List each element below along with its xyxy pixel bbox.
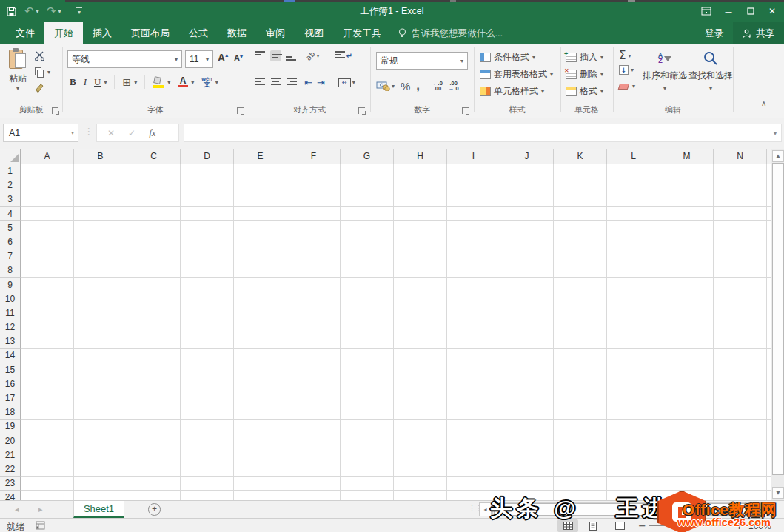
- cell-H2[interactable]: [394, 178, 447, 192]
- cell-G16[interactable]: [341, 377, 394, 391]
- decrease-indent-button[interactable]: ⇤: [304, 77, 312, 88]
- align-center-button[interactable]: [270, 78, 281, 87]
- cell-L2[interactable]: [607, 178, 660, 192]
- cell-N21[interactable]: [714, 448, 767, 462]
- cell-K8[interactable]: [554, 263, 607, 277]
- cell-M10[interactable]: [660, 292, 714, 306]
- cell-I17[interactable]: [447, 391, 500, 405]
- cell-L8[interactable]: [607, 263, 660, 277]
- cell-G22[interactable]: [341, 462, 394, 477]
- cell-G9[interactable]: [341, 278, 394, 292]
- tab-review[interactable]: 审阅: [256, 22, 295, 44]
- cell-F24[interactable]: [287, 491, 341, 500]
- cell-K1[interactable]: [554, 164, 607, 178]
- cell-M7[interactable]: [660, 249, 714, 263]
- normal-view-button[interactable]: [557, 519, 578, 532]
- format-painter-button[interactable]: [34, 83, 45, 97]
- font-dialog-launcher[interactable]: [237, 107, 244, 114]
- cell-F2[interactable]: [287, 178, 341, 192]
- cell-H19[interactable]: [394, 420, 447, 434]
- cell-J6[interactable]: [500, 235, 554, 249]
- cell-I14[interactable]: [447, 349, 500, 363]
- cell-B20[interactable]: [74, 434, 127, 448]
- cell-G8[interactable]: [341, 263, 394, 277]
- cell-I20[interactable]: [447, 434, 500, 448]
- cell-M24[interactable]: [660, 491, 714, 500]
- row-header-13[interactable]: 13: [0, 334, 21, 349]
- cell-E5[interactable]: [234, 221, 287, 235]
- cell-I7[interactable]: [447, 249, 500, 263]
- cell-K2[interactable]: [554, 178, 607, 192]
- cell-B21[interactable]: [74, 448, 127, 462]
- cell-H6[interactable]: [394, 235, 447, 249]
- cell-F15[interactable]: [287, 363, 341, 377]
- cell-L15[interactable]: [607, 363, 660, 377]
- cell-D18[interactable]: [181, 405, 234, 420]
- autosum-button[interactable]: Σ ▾: [619, 49, 631, 62]
- cell-L9[interactable]: [607, 278, 660, 292]
- tab-data[interactable]: 数据: [218, 22, 256, 44]
- cell-B12[interactable]: [74, 320, 127, 334]
- increase-decimal-button[interactable]: ←.0.00: [432, 81, 443, 91]
- cell-B11[interactable]: [74, 306, 127, 320]
- cell-K7[interactable]: [554, 249, 607, 263]
- cell-K4[interactable]: [554, 207, 607, 221]
- cell-C2[interactable]: [127, 178, 181, 192]
- conditional-formatting-button[interactable]: 条件格式 ▾: [480, 51, 535, 64]
- cell-G11[interactable]: [341, 306, 394, 320]
- column-header-A[interactable]: A: [21, 149, 74, 164]
- cut-button[interactable]: [34, 50, 45, 61]
- cell-C14[interactable]: [127, 349, 181, 363]
- cell-E17[interactable]: [234, 391, 287, 405]
- cell-D24[interactable]: [181, 491, 234, 500]
- cell-J15[interactable]: [500, 363, 554, 377]
- scroll-up-button[interactable]: ▲: [772, 150, 784, 162]
- cell-G17[interactable]: [341, 391, 394, 405]
- cell-B10[interactable]: [74, 292, 127, 306]
- grow-font-button[interactable]: A▴: [218, 52, 228, 64]
- cell-E8[interactable]: [234, 263, 287, 277]
- cell-K18[interactable]: [554, 405, 607, 420]
- cell-J5[interactable]: [500, 221, 554, 235]
- cell-C6[interactable]: [127, 235, 181, 249]
- cell-A18[interactable]: [21, 405, 74, 420]
- cell-A14[interactable]: [21, 349, 74, 363]
- column-header-E[interactable]: E: [234, 149, 287, 164]
- close-button[interactable]: ✕: [762, 0, 783, 22]
- row-header-21[interactable]: 21: [0, 448, 21, 462]
- column-header-D[interactable]: D: [181, 149, 234, 164]
- row-header-5[interactable]: 5: [0, 221, 21, 235]
- cell-C13[interactable]: [127, 334, 181, 349]
- cell-B22[interactable]: [74, 462, 127, 477]
- cell-H8[interactable]: [394, 263, 447, 277]
- column-header-K[interactable]: K: [554, 149, 607, 164]
- cell-A6[interactable]: [21, 235, 74, 249]
- row-header-4[interactable]: 4: [0, 207, 21, 221]
- cell-B17[interactable]: [74, 391, 127, 405]
- tab-home[interactable]: 开始: [44, 22, 83, 44]
- cell-A17[interactable]: [21, 391, 74, 405]
- zoom-in-button[interactable]: +: [735, 520, 743, 531]
- font-size-select[interactable]: 11 ▾: [185, 50, 213, 68]
- font-color-button[interactable]: A: [178, 77, 188, 88]
- cell-H14[interactable]: [394, 349, 447, 363]
- cell-N15[interactable]: [714, 363, 767, 377]
- cell-K15[interactable]: [554, 363, 607, 377]
- cell-K20[interactable]: [554, 434, 607, 448]
- cell-C19[interactable]: [127, 420, 181, 434]
- cell-B2[interactable]: [74, 178, 127, 192]
- cell-N8[interactable]: [714, 263, 767, 277]
- cell-L10[interactable]: [607, 292, 660, 306]
- cell-D20[interactable]: [181, 434, 234, 448]
- cell-E16[interactable]: [234, 377, 287, 391]
- cell-L23[interactable]: [607, 477, 660, 491]
- cell-D6[interactable]: [181, 235, 234, 249]
- cell-F11[interactable]: [287, 306, 341, 320]
- row-header-1[interactable]: 1: [0, 164, 21, 178]
- row-header-24[interactable]: 24: [0, 491, 21, 500]
- row-header-20[interactable]: 20: [0, 434, 21, 448]
- cell-G23[interactable]: [341, 477, 394, 491]
- cell-A1[interactable]: [21, 164, 74, 178]
- cell-N2[interactable]: [714, 178, 767, 192]
- row-header-6[interactable]: 6: [0, 235, 21, 249]
